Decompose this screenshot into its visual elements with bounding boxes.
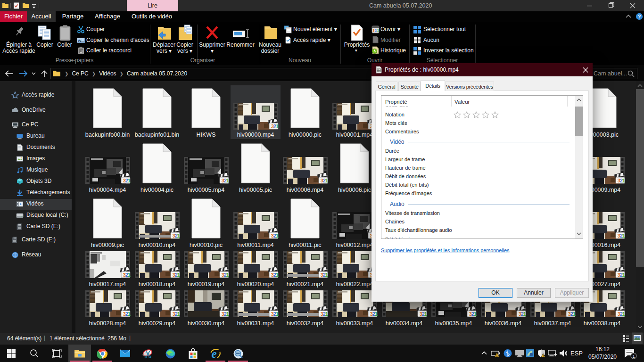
svg-text:1: 1 (177, 272, 180, 278)
svg-text:1: 1 (622, 178, 625, 183)
svg-text:1: 1 (325, 311, 328, 317)
svg-text:1: 1 (325, 272, 328, 278)
svg-text:2: 2 (375, 28, 377, 33)
svg-text:1: 1 (622, 272, 625, 278)
svg-text:1: 1 (276, 311, 279, 317)
svg-text:1: 1 (177, 233, 180, 239)
svg-text:1: 1 (226, 178, 229, 183)
svg-text:1: 1 (424, 311, 427, 317)
svg-text:3: 3 (372, 28, 374, 33)
svg-text:1: 1 (377, 28, 379, 33)
svg-text:1: 1 (622, 311, 625, 317)
svg-text:1: 1 (276, 123, 279, 129)
svg-text:?: ? (638, 14, 641, 19)
svg-text:1: 1 (128, 272, 131, 278)
svg-text:1: 1 (474, 311, 477, 317)
svg-text:1: 1 (523, 311, 526, 317)
svg-text:1: 1 (226, 311, 229, 317)
svg-text:1: 1 (128, 178, 131, 183)
svg-text:1: 1 (226, 272, 229, 278)
svg-text:1: 1 (325, 178, 328, 183)
svg-text:W...: W... (78, 39, 84, 43)
svg-text:1: 1 (177, 311, 180, 317)
svg-text:1: 1 (632, 354, 635, 359)
svg-text:1: 1 (128, 311, 131, 317)
svg-text:1: 1 (375, 311, 378, 317)
svg-text:1: 1 (573, 311, 576, 317)
svg-text:1: 1 (276, 272, 279, 278)
svg-text:1: 1 (276, 233, 279, 239)
svg-text:1: 1 (622, 233, 625, 239)
